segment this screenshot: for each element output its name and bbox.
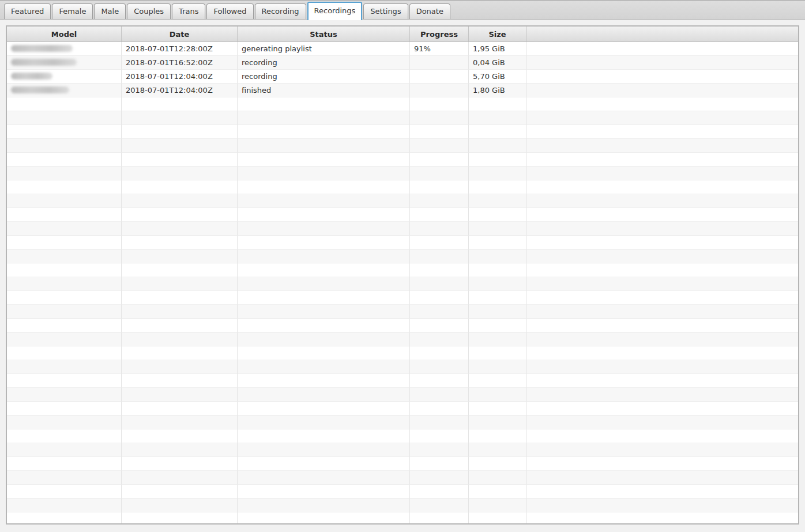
tab-recording[interactable]: Recording xyxy=(255,3,306,19)
table-row[interactable]: 2018-07-01T12:04:00Z recording 5,70 GiB xyxy=(7,70,798,84)
cell-filler xyxy=(526,457,798,471)
cell-status xyxy=(238,153,410,167)
cell-date xyxy=(122,277,238,291)
cell-status xyxy=(238,374,410,388)
column-header-status[interactable]: Status xyxy=(238,27,410,41)
cell-date xyxy=(122,429,238,443)
tab-recordings[interactable]: Recordings xyxy=(307,2,363,20)
cell-progress xyxy=(410,374,469,388)
cell-progress xyxy=(410,263,469,277)
tab-donate[interactable]: Donate xyxy=(409,3,450,19)
column-header-label: Size xyxy=(488,30,506,39)
cell-size xyxy=(469,346,526,360)
tab-couples[interactable]: Couples xyxy=(127,3,171,19)
cell-size xyxy=(469,499,526,512)
empty-table-row xyxy=(7,512,798,525)
cell-model xyxy=(7,443,122,457)
cell-size xyxy=(469,360,526,374)
cell-progress xyxy=(410,139,469,153)
column-header-size[interactable]: Size xyxy=(469,27,526,41)
cell-filler xyxy=(526,360,798,374)
empty-table-row xyxy=(7,194,798,208)
column-header-date[interactable]: Date xyxy=(122,27,238,41)
cell-filler xyxy=(526,471,798,485)
cell-size xyxy=(469,471,526,485)
column-header-label: Date xyxy=(170,30,190,39)
empty-table-row xyxy=(7,291,798,305)
empty-table-row xyxy=(7,222,798,236)
cell-size xyxy=(469,222,526,236)
cell-model xyxy=(7,277,122,291)
cell-model xyxy=(7,167,122,180)
cell-model xyxy=(7,125,122,139)
cell-model xyxy=(7,263,122,277)
cell-status xyxy=(238,111,410,125)
cell-progress xyxy=(410,443,469,457)
cell-status xyxy=(238,125,410,139)
table-row[interactable]: 2018-07-01T12:28:00Z generating playlist… xyxy=(7,42,798,56)
cell-date xyxy=(122,443,238,457)
cell-size xyxy=(469,277,526,291)
cell-status xyxy=(238,360,410,374)
tab-label: Followed xyxy=(213,7,246,16)
cell-progress xyxy=(410,388,469,402)
cell-filler xyxy=(526,416,798,429)
cell-status xyxy=(238,499,410,512)
tab-female[interactable]: Female xyxy=(52,3,93,19)
cell-filler xyxy=(526,84,798,97)
cell-date xyxy=(122,499,238,512)
cell-model xyxy=(7,388,122,402)
cell-progress xyxy=(410,125,469,139)
cell-progress xyxy=(410,167,469,180)
empty-table-row xyxy=(7,263,798,277)
cell-filler xyxy=(526,167,798,180)
cell-size xyxy=(469,153,526,167)
cell-status xyxy=(238,319,410,333)
cell-size xyxy=(469,125,526,139)
cell-filler xyxy=(526,512,798,525)
table-body: 2018-07-01T12:28:00Z generating playlist… xyxy=(7,42,798,525)
cell-model xyxy=(7,97,122,111)
column-header-filler[interactable] xyxy=(526,27,798,41)
column-header-model[interactable]: Model xyxy=(7,27,122,41)
cell-filler xyxy=(526,222,798,236)
cell-size xyxy=(469,208,526,222)
tab-male[interactable]: Male xyxy=(94,3,126,19)
cell-date xyxy=(122,374,238,388)
cell-status xyxy=(238,167,410,180)
column-header-progress[interactable]: Progress xyxy=(410,27,469,41)
cell-date xyxy=(122,97,238,111)
cell-date xyxy=(122,250,238,263)
empty-table-row xyxy=(7,388,798,402)
column-header-label: Status xyxy=(310,30,337,39)
cell-size xyxy=(469,429,526,443)
cell-progress xyxy=(410,512,469,525)
cell-status xyxy=(238,346,410,360)
tab-trans[interactable]: Trans xyxy=(172,3,205,19)
tab-followed[interactable]: Followed xyxy=(206,3,253,19)
cell-date: 2018-07-01T12:04:00Z xyxy=(122,84,238,97)
empty-table-row xyxy=(7,305,798,319)
tab-settings[interactable]: Settings xyxy=(363,3,408,19)
empty-table-row xyxy=(7,416,798,429)
cell-date xyxy=(122,167,238,180)
cell-status: recording xyxy=(238,70,410,84)
cell-model xyxy=(7,457,122,471)
cell-filler xyxy=(526,429,798,443)
cell-filler xyxy=(526,374,798,388)
cell-filler xyxy=(526,333,798,346)
cell-date: 2018-07-01T12:04:00Z xyxy=(122,70,238,84)
cell-progress xyxy=(410,471,469,485)
cell-size xyxy=(469,485,526,499)
cell-date xyxy=(122,485,238,499)
cell-model xyxy=(7,42,122,56)
cell-model xyxy=(7,236,122,250)
table-row[interactable]: 2018-07-01T16:52:00Z recording 0,04 GiB xyxy=(7,56,798,70)
cell-date xyxy=(122,263,238,277)
cell-filler xyxy=(526,305,798,319)
cell-date xyxy=(122,305,238,319)
cell-size xyxy=(469,374,526,388)
empty-table-row xyxy=(7,346,798,360)
tab-featured[interactable]: Featured xyxy=(4,3,51,19)
table-row[interactable]: 2018-07-01T12:04:00Z finished 1,80 GiB xyxy=(7,84,798,97)
